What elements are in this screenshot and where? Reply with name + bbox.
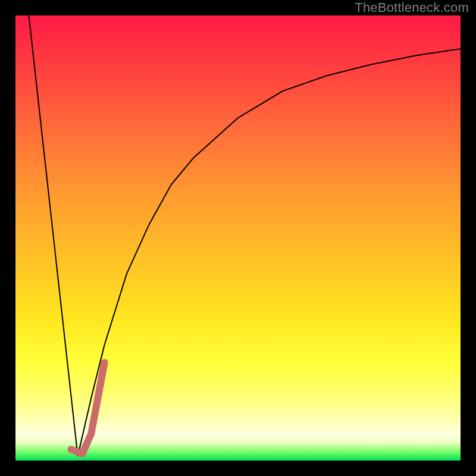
series-left-branch [29, 15, 77, 456]
series-right-branch [78, 49, 461, 456]
watermark-label: TheBottleneck.com [355, 0, 469, 15]
plot-area [15, 15, 461, 461]
chart-frame: TheBottleneck.com [0, 0, 476, 476]
chart-svg [15, 15, 461, 461]
